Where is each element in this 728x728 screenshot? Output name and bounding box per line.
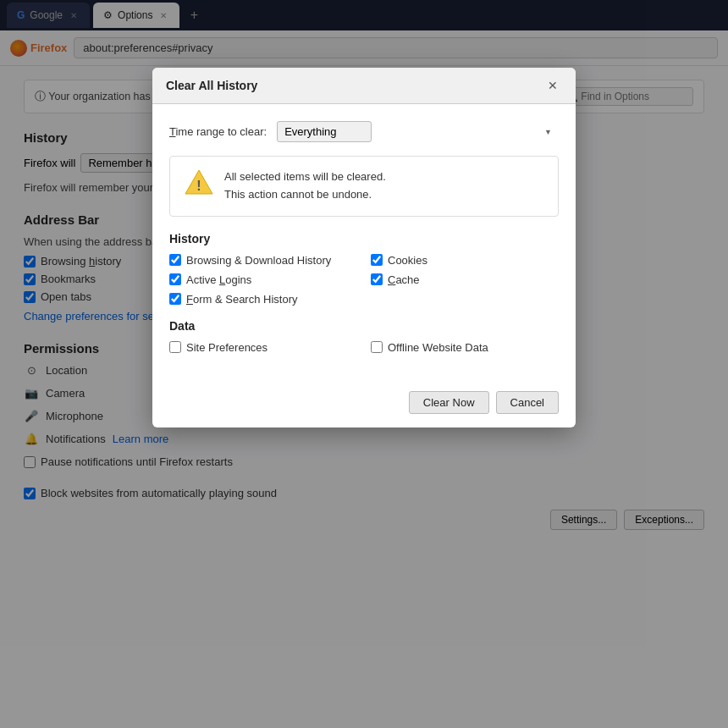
browsing-download-checkbox[interactable]: [169, 254, 181, 266]
active-logins-row: Active Logins: [169, 273, 357, 286]
cookies-checkbox[interactable]: [371, 254, 383, 266]
site-preferences-row: Site Preferences: [169, 341, 357, 354]
cache-row: Cache: [371, 273, 559, 286]
time-range-row: Time range to clear: Last Hour Last Two …: [169, 121, 559, 142]
offline-website-data-checkbox[interactable]: [371, 341, 383, 353]
warning-line2: This action cannot be undone.: [224, 186, 386, 204]
time-range-label: Time range to clear:: [169, 125, 267, 138]
warning-text: All selected items will be cleared. This…: [224, 168, 386, 204]
cookies-label: Cookies: [388, 254, 427, 267]
active-logins-label: Active Logins: [186, 273, 251, 286]
form-search-row: Form & Search History: [169, 293, 357, 306]
modal-body: Time range to clear: Last Hour Last Two …: [152, 104, 576, 381]
history-checkboxes: Browsing & Download History Cookies Acti…: [169, 254, 559, 306]
time-range-dropdown-wrap: Last Hour Last Two Hours Last Four Hours…: [277, 121, 559, 142]
active-logins-checkbox[interactable]: [169, 273, 181, 285]
time-range-dropdown[interactable]: Last Hour Last Two Hours Last Four Hours…: [277, 121, 372, 142]
modal-title: Clear All History: [166, 79, 257, 92]
site-preferences-checkbox[interactable]: [169, 341, 181, 353]
form-search-checkbox[interactable]: [169, 293, 181, 305]
data-checkboxes: Site Preferences Offline Website Data: [169, 341, 559, 354]
svg-text:!: !: [196, 179, 201, 193]
warning-triangle-svg: !: [184, 168, 214, 196]
warning-line1: All selected items will be cleared.: [224, 168, 386, 186]
warning-box: ! All selected items will be cleared. Th…: [169, 156, 559, 217]
modal-header: Clear All History ✕: [152, 68, 576, 104]
clear-all-history-modal: Clear All History ✕ Time range to clear:…: [152, 68, 576, 427]
site-preferences-label: Site Preferences: [186, 341, 267, 354]
cache-label: Cache: [388, 273, 420, 286]
modal-data-title: Data: [169, 319, 559, 333]
modal-overlay: Clear All History ✕ Time range to clear:…: [0, 0, 728, 728]
form-search-label: Form & Search History: [186, 293, 298, 306]
offline-website-data-row: Offline Website Data: [371, 341, 559, 354]
browsing-download-row: Browsing & Download History: [169, 254, 357, 267]
modal-history-title: History: [169, 232, 559, 245]
cookies-row: Cookies: [371, 254, 559, 267]
cancel-button[interactable]: Cancel: [496, 391, 559, 414]
modal-footer: Clear Now Cancel: [152, 381, 576, 427]
warning-icon: !: [184, 168, 214, 198]
cache-checkbox[interactable]: [371, 273, 383, 285]
clear-now-button[interactable]: Clear Now: [409, 391, 489, 414]
browsing-download-label: Browsing & Download History: [186, 254, 331, 267]
modal-close-button[interactable]: ✕: [543, 76, 562, 95]
offline-website-data-label: Offline Website Data: [388, 341, 488, 354]
